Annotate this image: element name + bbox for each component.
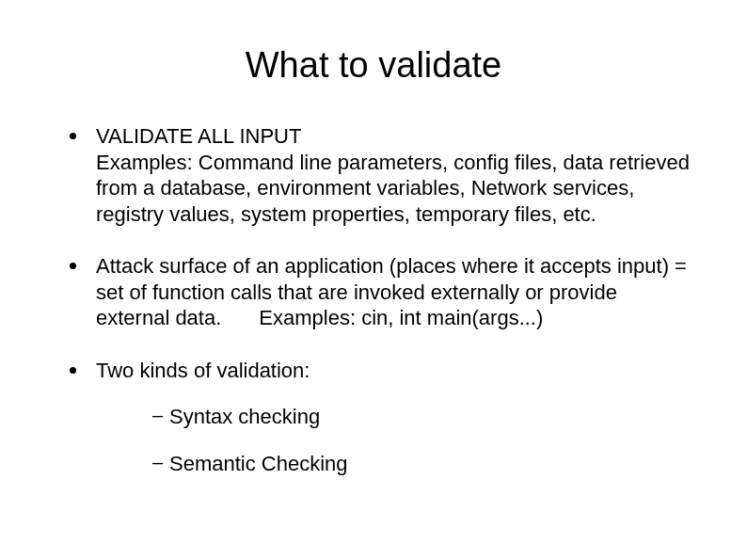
bullet-text: VALIDATE ALL INPUT Examples: Command lin…	[96, 124, 690, 226]
sub-bullet-text: Syntax checking	[169, 405, 320, 428]
sub-bullet-text: Semantic Checking	[169, 452, 348, 475]
bullet-item: Attack surface of an application (places…	[83, 253, 691, 331]
slide-title: What to validate	[56, 45, 691, 86]
sub-bullet-item: Syntax checking	[152, 404, 691, 430]
main-bullet-list: VALIDATE ALL INPUT Examples: Command lin…	[56, 123, 691, 476]
sub-bullet-list: Syntax checking Semantic Checking	[96, 404, 691, 476]
bullet-text: Examples: cin, int main(args...)	[259, 306, 543, 329]
bullet-item: Two kinds of validation: Syntax checking…	[83, 358, 691, 477]
bullet-item: VALIDATE ALL INPUT Examples: Command lin…	[83, 123, 691, 227]
bullet-text: Two kinds of validation:	[96, 359, 310, 382]
sub-bullet-item: Semantic Checking	[152, 451, 691, 477]
